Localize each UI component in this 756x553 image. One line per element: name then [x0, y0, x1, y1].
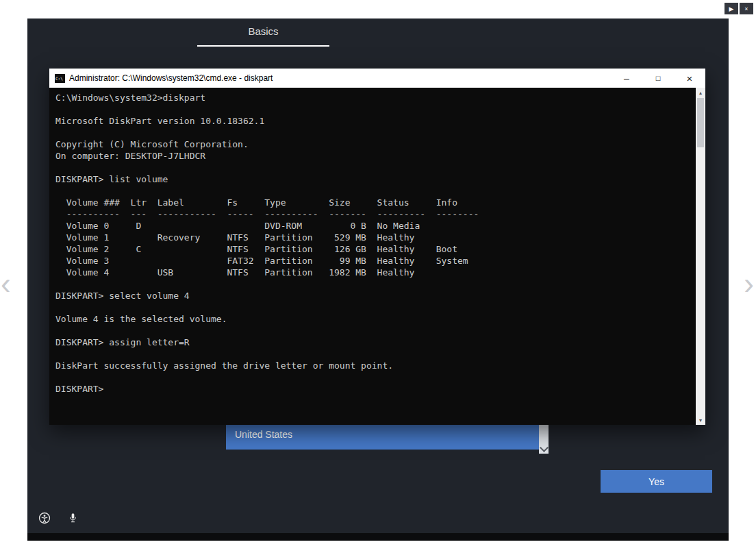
scroll-up-icon[interactable]: ▴ — [696, 88, 705, 97]
minimize-button[interactable]: – — [611, 69, 642, 88]
scrollbar-thumb[interactable] — [697, 98, 704, 147]
scroll-down-icon[interactable]: ▾ — [696, 415, 705, 425]
cmd-titlebar[interactable]: C:\ Administrator: C:\Windows\system32\c… — [49, 69, 705, 88]
yes-button-label: Yes — [648, 476, 664, 487]
oobe-setup-window: Basics United States C:\ Administrator: … — [27, 19, 729, 541]
close-button[interactable]: × — [674, 69, 705, 88]
page: ▶ × ‹ › Basics United States C:\ Adminis… — [0, 0, 756, 553]
chevron-down-icon[interactable] — [540, 443, 549, 452]
ease-of-access-icon — [38, 512, 51, 524]
cmd-window-controls: – □ × — [611, 69, 705, 88]
carousel-right-chevron-icon[interactable]: › — [744, 269, 754, 299]
carousel-left-chevron-icon[interactable]: ‹ — [1, 269, 11, 299]
ease-of-access-button[interactable] — [37, 511, 52, 526]
overlay-controls: ▶ × — [724, 3, 753, 14]
microphone-icon — [68, 512, 78, 524]
microphone-button[interactable] — [65, 511, 80, 526]
maximize-button[interactable]: □ — [642, 69, 674, 88]
yes-button[interactable]: Yes — [601, 470, 712, 493]
play-button[interactable]: ▶ — [724, 3, 738, 14]
terminal-area: C:\Windows\system32>diskpart Microsoft D… — [49, 88, 705, 425]
play-icon: ▶ — [729, 5, 734, 12]
tab-basics[interactable]: Basics — [197, 25, 329, 47]
terminal-output: C:\Windows\system32>diskpart Microsoft D… — [49, 88, 705, 395]
terminal-scrollbar[interactable]: ▴ ▾ — [696, 88, 705, 425]
cmd-window: C:\ Administrator: C:\Windows\system32\c… — [49, 69, 705, 425]
close-icon: × — [744, 5, 748, 12]
overlay-close-button[interactable]: × — [740, 3, 753, 14]
cmd-icon[interactable]: C:\ — [55, 74, 65, 83]
oobe-footer-strip — [27, 533, 729, 541]
region-item-label: United States — [235, 429, 292, 440]
oobe-footer-icons — [37, 511, 80, 526]
cmd-window-title: Administrator: C:\Windows\system32\cmd.e… — [69, 73, 611, 83]
